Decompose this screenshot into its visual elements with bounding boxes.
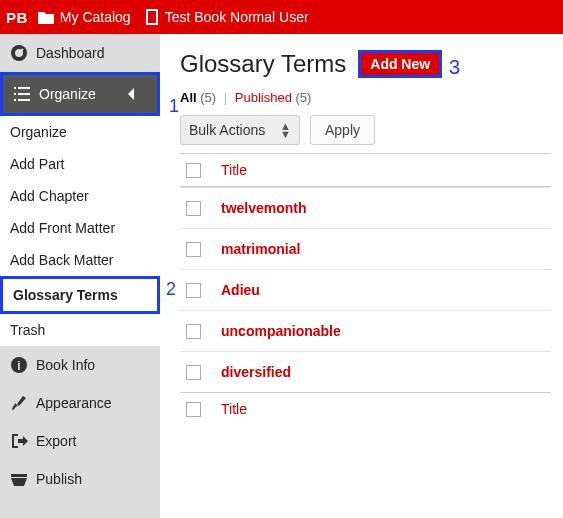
annotation-3: 3 [449, 56, 460, 79]
row-checkbox[interactable] [186, 242, 201, 257]
row-checkbox[interactable] [186, 283, 201, 298]
annotation-2: 2 [166, 279, 176, 300]
table-footer-row: Title [180, 392, 551, 425]
folder-icon [38, 10, 54, 24]
add-new-button[interactable]: Add New [358, 50, 442, 78]
row-checkbox[interactable] [186, 324, 201, 339]
export-icon [10, 432, 28, 450]
sidebar-item-organize[interactable]: Organize [0, 72, 160, 116]
admin-sidebar: Dashboard Organize Organize Add Part Add… [0, 34, 160, 518]
bulk-actions-select[interactable]: Bulk Actions ▲▼ [180, 115, 300, 145]
nav-current-book-label: Test Book Normal User [165, 9, 309, 25]
sub-organize[interactable]: Organize [0, 116, 160, 148]
select-all-checkbox[interactable] [186, 402, 201, 417]
select-all-checkbox[interactable] [186, 163, 201, 178]
row-checkbox[interactable] [186, 201, 201, 216]
table-row[interactable]: Adieu [180, 269, 551, 310]
row-title[interactable]: twelvemonth [221, 200, 307, 216]
row-title[interactable]: matrimonial [221, 241, 300, 257]
row-title[interactable]: uncompanionable [221, 323, 341, 339]
chevron-left-icon [121, 88, 139, 100]
bulk-actions-label: Bulk Actions [189, 122, 265, 138]
sub-trash[interactable]: Trash [0, 314, 160, 346]
nav-my-catalog-label: My Catalog [60, 9, 131, 25]
sidebar-item-dashboard[interactable]: Dashboard [0, 34, 160, 72]
page-title: Glossary Terms [180, 50, 346, 78]
table-row[interactable]: matrimonial [180, 228, 551, 269]
terms-table: Title twelvemonth matrimonial Adieu unco… [180, 153, 551, 425]
sidebar-submenu: Organize Add Part Add Chapter Add Front … [0, 116, 160, 346]
sub-glossary-terms[interactable]: Glossary Terms [0, 276, 160, 314]
sub-add-front-matter[interactable]: Add Front Matter [0, 212, 160, 244]
row-checkbox[interactable] [186, 365, 201, 380]
brush-icon [10, 394, 28, 412]
column-title[interactable]: Title [221, 162, 247, 178]
nav-current-book[interactable]: Test Book Normal User [145, 9, 309, 25]
nav-my-catalog[interactable]: My Catalog [38, 9, 131, 25]
brand-logo[interactable]: PB [6, 9, 28, 26]
table-row[interactable]: diversified [180, 351, 551, 392]
sub-add-back-matter[interactable]: Add Back Matter [0, 244, 160, 276]
row-title[interactable]: diversified [221, 364, 291, 380]
sidebar-item-label: Appearance [36, 395, 112, 411]
sidebar-item-label: Book Info [36, 357, 95, 373]
sidebar-item-plugins[interactable]: Plugins [0, 508, 160, 518]
admin-topbar: PB My Catalog Test Book Normal User [0, 0, 563, 34]
annotation-1: 1 [169, 96, 179, 117]
filter-published[interactable]: Published [235, 90, 292, 105]
separator: | [224, 90, 227, 105]
table-row[interactable]: twelvemonth [180, 187, 551, 228]
filter-published-count: (5) [296, 90, 312, 105]
svg-text:i: i [17, 359, 20, 373]
filter-all-count: (5) [200, 90, 216, 105]
dashboard-icon [10, 44, 28, 62]
sidebar-item-publish[interactable]: Publish [0, 460, 160, 498]
sidebar-item-export[interactable]: Export [0, 422, 160, 460]
sidebar-item-label: Dashboard [36, 45, 105, 61]
select-arrows-icon: ▲▼ [280, 122, 291, 138]
apply-button[interactable]: Apply [310, 115, 375, 145]
list-icon [13, 85, 31, 103]
sidebar-item-label: Organize [39, 86, 96, 102]
sidebar-item-book-info[interactable]: i Book Info [0, 346, 160, 384]
sidebar-item-label: Publish [36, 471, 82, 487]
sub-add-part[interactable]: Add Part [0, 148, 160, 180]
row-title[interactable]: Adieu [221, 282, 260, 298]
main-content: Glossary Terms Add New All (5) | Publish… [160, 34, 563, 518]
filter-all[interactable]: All [180, 90, 197, 105]
info-icon: i [10, 356, 28, 374]
book-icon [145, 9, 159, 25]
sidebar-item-appearance[interactable]: Appearance [0, 384, 160, 422]
sub-add-chapter[interactable]: Add Chapter [0, 180, 160, 212]
column-title[interactable]: Title [221, 401, 247, 417]
status-filters: All (5) | Published (5) [180, 90, 551, 105]
table-header-row: Title [180, 153, 551, 187]
sidebar-item-label: Export [36, 433, 76, 449]
publish-icon [10, 470, 28, 488]
table-row[interactable]: uncompanionable [180, 310, 551, 351]
